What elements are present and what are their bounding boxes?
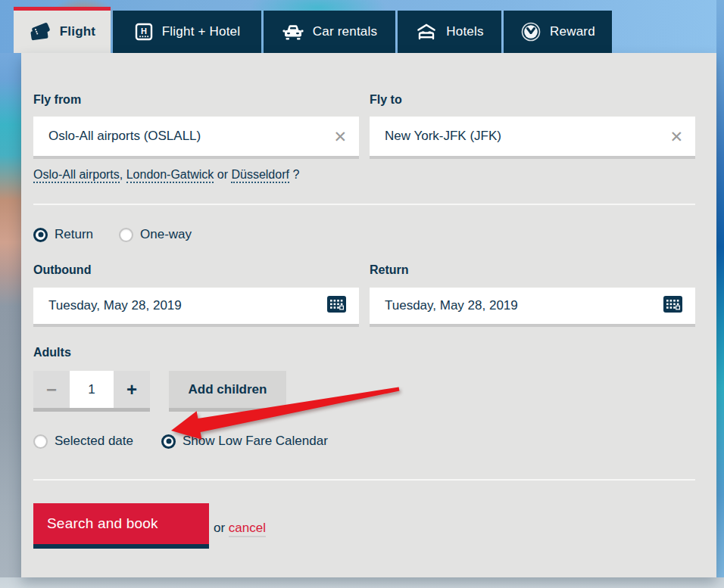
fly-from-label: Fly from	[33, 93, 81, 107]
fly-to-input[interactable]: New York-JFK (JFK) ✕	[370, 117, 695, 159]
radio-one-way-label: One-way	[140, 227, 192, 242]
fly-from-input[interactable]: Oslo-All airports (OSLALL) ✕	[33, 117, 359, 159]
adults-stepper: − 1 +	[33, 371, 150, 412]
ticket-icon	[29, 21, 51, 42]
radio-selected-date-label: Selected date	[55, 434, 133, 449]
radio-one-way[interactable]: One-way	[119, 227, 192, 242]
background-photo-left	[0, 53, 21, 588]
suggestion-link-oslo[interactable]: Oslo-All airports	[33, 168, 120, 183]
tab-hotels[interactable]: Hotels	[398, 11, 501, 53]
outbound-date-value: Tuesday, May 28, 2019	[48, 298, 326, 313]
trip-type-radio-group: Return One-way	[33, 227, 192, 242]
adults-count-value[interactable]: 1	[70, 371, 114, 408]
radio-circle-icon[interactable]	[119, 228, 133, 242]
radio-return-label: Return	[55, 227, 93, 242]
suggestion-link-dusseldorf[interactable]: Düsseldorf	[231, 168, 289, 183]
fly-to-value: New York-JFK (JFK)	[385, 129, 669, 144]
tab-flight[interactable]: Flight	[14, 11, 111, 53]
calendar-icon[interactable]	[326, 294, 347, 317]
car-icon	[282, 23, 304, 40]
tab-label: Flight	[60, 24, 95, 39]
search-and-book-button[interactable]: Search and book	[33, 503, 209, 549]
adults-decrement-button[interactable]: −	[33, 371, 70, 408]
outbound-label: Outbound	[33, 263, 91, 277]
radio-circle-icon[interactable]	[33, 228, 48, 242]
airport-suggestions: Oslo-All airports, London-Gatwick or Düs…	[33, 168, 299, 182]
outbound-date-input[interactable]: Tuesday, May 28, 2019	[33, 288, 359, 327]
divider	[33, 204, 695, 205]
divider	[33, 479, 695, 481]
tab-flight-hotel[interactable]: H Flight + Hotel	[113, 11, 261, 53]
radio-low-fare-calendar-label: Show Low Fare Calendar	[183, 434, 328, 449]
adults-increment-button[interactable]: +	[114, 371, 150, 408]
add-children-button[interactable]: Add children	[169, 371, 286, 412]
bed-icon	[415, 23, 438, 41]
tab-car-rentals[interactable]: Car rentals	[264, 11, 395, 53]
fly-from-value: Oslo-All airports (OSLALL)	[48, 129, 333, 144]
clear-fly-from-icon[interactable]: ✕	[333, 129, 347, 145]
suggestion-conjunction: or	[214, 168, 231, 181]
calendar-icon[interactable]	[663, 294, 683, 317]
adults-label: Adults	[33, 346, 71, 359]
suggestion-link-gatwick[interactable]: London-Gatwick	[126, 168, 214, 183]
suggestion-separator: ,	[120, 168, 126, 181]
return-date-input[interactable]: Tuesday, May 28, 2019	[370, 288, 695, 327]
fly-to-label: Fly to	[370, 93, 402, 107]
radio-circle-icon[interactable]	[33, 434, 48, 449]
reward-icon	[520, 21, 541, 42]
tab-label: Flight + Hotel	[162, 24, 240, 39]
or-text: or	[214, 521, 229, 535]
flight-booking-panel: Fly from Oslo-All airports (OSLALL) ✕ Fl…	[21, 53, 716, 577]
tab-reward[interactable]: Reward	[504, 11, 612, 53]
return-label: Return	[370, 263, 409, 277]
hotel-package-icon: H	[134, 22, 154, 42]
radio-return[interactable]: Return	[33, 227, 93, 242]
radio-circle-icon[interactable]	[161, 434, 176, 449]
radio-selected-date[interactable]: Selected date	[33, 434, 133, 449]
tab-label: Car rentals	[313, 24, 377, 39]
return-date-value: Tuesday, May 28, 2019	[385, 298, 663, 313]
background-photo-right	[716, 0, 724, 588]
or-cancel-row: or cancel	[214, 521, 266, 536]
tab-label: Hotels	[446, 24, 483, 39]
svg-text:H: H	[141, 26, 147, 36]
cancel-link[interactable]: cancel	[229, 521, 266, 537]
clear-fly-to-icon[interactable]: ✕	[669, 129, 683, 145]
radio-low-fare-calendar[interactable]: Show Low Fare Calendar	[161, 434, 328, 449]
tab-label: Reward	[550, 24, 595, 39]
background-bottom	[0, 577, 724, 588]
suggestion-question-mark: ?	[289, 168, 299, 181]
